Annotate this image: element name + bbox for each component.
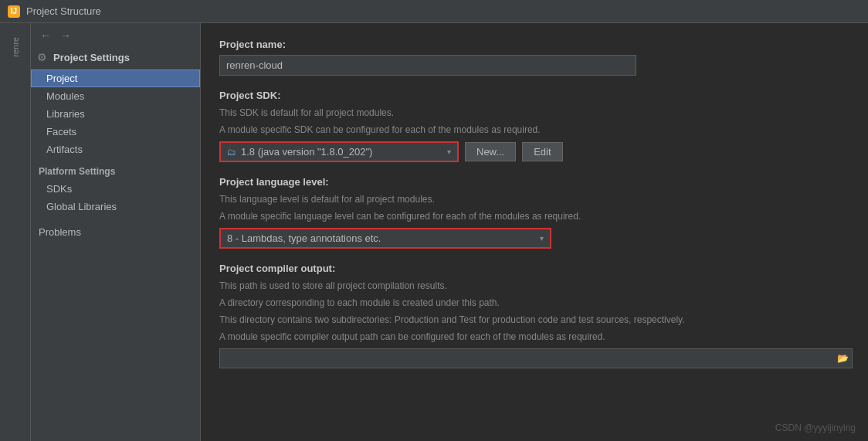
project-settings-label: Project Settings <box>53 52 130 63</box>
sidebar-item-facets-label: Facets <box>46 126 76 137</box>
compiler-output-desc2: A directory corresponding to each module… <box>219 296 849 310</box>
compiler-output-path-field[interactable]: 📂 <box>219 348 853 368</box>
project-sdk-label: Project SDK: <box>219 90 849 101</box>
compiler-output-browse-button[interactable]: 📂 <box>837 353 849 364</box>
lang-level-value: 8 - Lambdas, type annotations etc. <box>227 232 535 244</box>
project-name-section: Project name: <box>219 39 849 76</box>
project-sdk-desc1: This SDK is default for all project modu… <box>219 106 849 120</box>
project-lang-level-label: Project language level: <box>219 176 849 188</box>
window-title: Project Structure <box>26 5 101 17</box>
sdk-controls-row: 🗂 1.8 (java version "1.8.0_202") ▾ New..… <box>219 141 849 162</box>
sdk-dropdown-arrow-icon: ▾ <box>447 148 451 156</box>
sidebar-item-project[interactable]: Project <box>31 70 200 87</box>
main-area: renre ← → ⚙ Project Settings Project Mod… <box>0 23 868 441</box>
sdk-dropdown[interactable]: 🗂 1.8 (java version "1.8.0_202") ▾ <box>219 141 459 162</box>
sidebar: ← → ⚙ Project Settings Project Modules L… <box>31 23 201 441</box>
project-lang-level-desc2: A module specific language level can be … <box>219 209 849 223</box>
sidebar-item-libraries[interactable]: Libraries <box>31 105 200 123</box>
left-strip-label: renre <box>11 37 20 57</box>
project-sdk-desc2: A module specific SDK can be configured … <box>219 123 849 137</box>
project-name-input[interactable] <box>219 55 636 76</box>
compiler-output-label: Project compiler output: <box>219 263 849 274</box>
sidebar-item-global-libraries[interactable]: Global Libraries <box>31 198 200 215</box>
project-lang-level-desc1: This language level is default for all p… <box>219 192 849 206</box>
project-name-label: Project name: <box>219 39 849 50</box>
sdk-edit-button[interactable]: Edit <box>522 142 562 161</box>
sidebar-item-facets[interactable]: Facets <box>31 123 200 141</box>
sidebar-nav-row: ← → <box>31 23 200 48</box>
sidebar-item-libraries-label: Libraries <box>46 108 85 120</box>
compiler-output-section: Project compiler output: This path is us… <box>219 263 849 368</box>
compiler-output-desc3: This directory contains two subdirectori… <box>219 313 849 327</box>
nav-forward-button[interactable]: → <box>57 28 74 43</box>
sidebar-item-sdks-label: SDKs <box>46 183 72 195</box>
platform-settings-label: Platform Settings <box>31 158 200 180</box>
sidebar-item-modules-label: Modules <box>46 90 84 102</box>
gear-icon: ⚙ <box>37 51 47 63</box>
compiler-output-desc1: This path is used to store all project c… <box>219 279 849 293</box>
compiler-output-desc4: A module specific compiler output path c… <box>219 330 849 344</box>
lang-level-dropdown[interactable]: 8 - Lambdas, type annotations etc. ▾ <box>219 228 551 249</box>
nav-back-button[interactable]: ← <box>37 28 54 43</box>
content-panel: Project name: Project SDK: This SDK is d… <box>201 23 868 441</box>
sidebar-item-global-libraries-label: Global Libraries <box>46 201 117 212</box>
sdk-folder-icon: 🗂 <box>227 147 236 158</box>
project-lang-level-section: Project language level: This language le… <box>219 176 849 249</box>
left-strip: renre <box>0 23 31 441</box>
project-settings-header: ⚙ Project Settings <box>31 48 200 70</box>
project-sdk-section: Project SDK: This SDK is default for all… <box>219 90 849 162</box>
sidebar-item-artifacts[interactable]: Artifacts <box>31 141 200 158</box>
lang-level-dropdown-arrow-icon: ▾ <box>540 234 544 243</box>
app-icon: IJ <box>8 5 20 18</box>
title-bar: IJ Project Structure <box>0 0 868 23</box>
sidebar-item-problems-label: Problems <box>39 226 81 238</box>
sidebar-item-sdks[interactable]: SDKs <box>31 180 200 198</box>
sdk-dropdown-value: 1.8 (java version "1.8.0_202") <box>241 146 442 158</box>
sidebar-item-modules[interactable]: Modules <box>31 87 200 105</box>
sdk-new-button[interactable]: New... <box>465 142 516 161</box>
sidebar-item-problems[interactable]: Problems <box>31 222 200 241</box>
sidebar-item-artifacts-label: Artifacts <box>46 144 83 155</box>
problems-section: Problems <box>31 222 200 241</box>
sidebar-item-project-label: Project <box>46 73 77 84</box>
watermark: CSDN @yyyijinying <box>775 422 856 433</box>
